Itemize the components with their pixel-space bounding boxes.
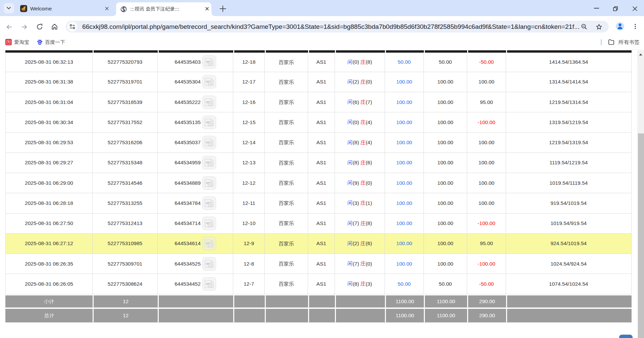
- svg-text:du: du: [39, 42, 41, 44]
